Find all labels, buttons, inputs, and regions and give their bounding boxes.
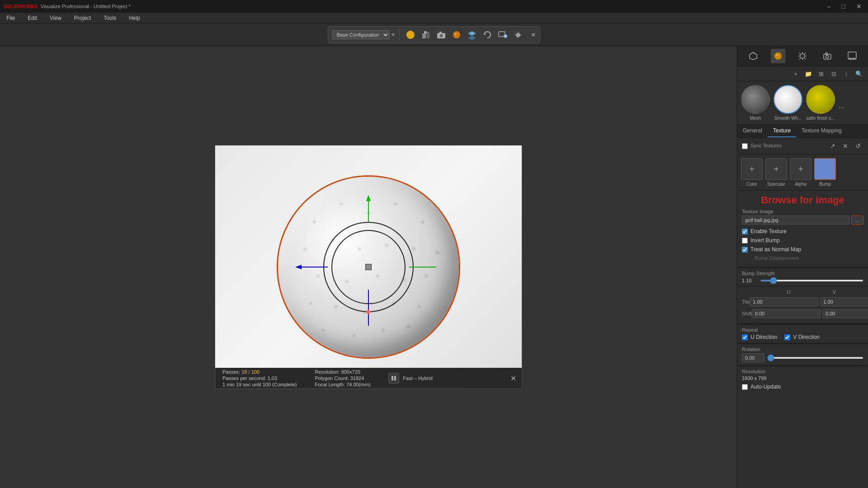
menu-help[interactable]: Help	[126, 14, 143, 22]
menu-edit[interactable]: Edit	[25, 14, 40, 22]
menu-project[interactable]: Project	[71, 14, 94, 22]
config-dropdown[interactable]: Base Configuration	[332, 30, 390, 39]
tile-inputs	[750, 297, 868, 306]
shift-u-input[interactable]	[752, 309, 821, 318]
uv-section: U V Tile	[737, 286, 868, 324]
panel-grid-btn[interactable]: ⊟	[828, 68, 839, 79]
thumb-satin-label: satin finish s...	[806, 116, 835, 121]
toolbar-icon-layers[interactable]	[466, 28, 478, 41]
invert-bump-label: Invert Bump	[750, 237, 780, 244]
panel-icon-render[interactable]	[845, 49, 859, 63]
passes-sep: /	[249, 369, 250, 375]
svg-rect-32	[848, 52, 856, 58]
toolbar-icon-material[interactable]	[450, 28, 463, 41]
menu-bar: File Edit View Project Tools Help	[0, 13, 868, 23]
app-title: Visualize Professional - Untitled Projec…	[41, 4, 131, 9]
material-thumb-satin[interactable]: satin finish s...	[806, 85, 835, 121]
rotation-slider[interactable]	[767, 357, 863, 359]
gizmo-center[interactable]	[365, 264, 372, 270]
panel-icon-lighting[interactable]	[795, 49, 810, 63]
svg-point-8	[453, 31, 460, 38]
panel-folder-btn[interactable]: 📁	[803, 68, 814, 79]
golf-ball	[278, 177, 459, 357]
viewport: Passes: 18 / 100 Passes per second: 1.03…	[0, 46, 737, 488]
toolbar-icon-sphere[interactable]	[404, 28, 417, 41]
uv-spacer	[856, 289, 863, 295]
rotation-input[interactable]	[742, 353, 764, 362]
tab-general[interactable]: General	[737, 125, 768, 137]
texture-type-buttons: + Color + Specular + Alpha	[737, 155, 868, 191]
gizmo-dot	[367, 310, 371, 314]
toolbar-close-btn[interactable]: ✕	[531, 31, 536, 38]
texture-type-color[interactable]: + Color	[741, 158, 763, 187]
status-close-btn[interactable]: ✕	[510, 374, 516, 383]
viewport-canvas[interactable]: Passes: 18 / 100 Passes per second: 1.03…	[215, 145, 522, 389]
panel-icon-model[interactable]	[746, 49, 760, 63]
sync-textures-checkbox[interactable]	[742, 143, 748, 149]
texture-image-row: Texture Image ...	[742, 209, 863, 225]
minimize-button[interactable]: –	[825, 2, 834, 11]
panel-search-btn[interactable]: 🔍	[854, 68, 864, 79]
menu-tools[interactable]: Tools	[101, 14, 119, 22]
tab-texture-mapping[interactable]: Texture Mapping	[796, 125, 847, 137]
svg-point-9	[455, 33, 457, 35]
svg-point-19	[776, 54, 778, 56]
sync-refresh-btn[interactable]: ↺	[853, 141, 863, 151]
sync-export-btn[interactable]: ↗	[827, 141, 838, 151]
svg-rect-3	[427, 32, 429, 38]
close-button[interactable]: ✕	[854, 2, 864, 11]
render-info-group: Resolution: 900x720 Polygon Count: 31824…	[315, 369, 370, 387]
material-thumb-mesh[interactable]: Mesh	[741, 85, 770, 121]
texture-image-input[interactable]	[742, 216, 849, 225]
u-direction-checkbox[interactable]	[742, 334, 748, 340]
toolbar-icon-camera[interactable]	[435, 28, 448, 41]
texture-type-bump[interactable]: Bump	[814, 158, 836, 187]
gizmo[interactable]	[323, 222, 414, 312]
tab-texture[interactable]: Texture	[768, 125, 796, 137]
resolution-label: Resolution	[742, 369, 863, 374]
panel-top-icons	[737, 46, 868, 66]
texture-type-specular[interactable]: + Specular	[765, 158, 787, 187]
render-pause-btn[interactable]	[388, 373, 399, 384]
gizmo-line-up	[368, 199, 369, 222]
gizmo-line-right	[409, 267, 436, 267]
v-direction-checkbox[interactable]	[784, 334, 790, 340]
panel-split-btn[interactable]: ⊞	[816, 68, 826, 79]
toolbar-icon-parts[interactable]	[420, 28, 432, 41]
panel-add-btn[interactable]: +	[790, 68, 801, 79]
tile-u-input[interactable]	[750, 297, 818, 306]
panel-icon-camera[interactable]	[820, 49, 835, 63]
shift-v-input[interactable]	[822, 309, 868, 318]
svg-point-20	[800, 54, 805, 58]
enable-texture-checkbox[interactable]	[742, 229, 748, 235]
invert-bump-checkbox[interactable]	[742, 238, 748, 244]
title-bar: SOLIDWORKS Visualize Professional - Unti…	[0, 0, 868, 13]
gizmo-line-down	[368, 290, 369, 326]
svg-rect-2	[422, 33, 426, 38]
pps-text: Passes per second: 1.03	[222, 375, 297, 381]
auto-update-checkbox[interactable]	[742, 384, 748, 390]
panel-sort-btn[interactable]: ↕	[841, 68, 852, 79]
tile-v-input[interactable]	[820, 297, 868, 306]
texture-type-alpha[interactable]: + Alpha	[790, 158, 811, 187]
maximize-button[interactable]: □	[839, 2, 848, 11]
toolbar-icon-refresh[interactable]	[481, 28, 494, 41]
main-content: Passes: 18 / 100 Passes per second: 1.03…	[0, 46, 868, 488]
menu-view[interactable]: View	[47, 14, 64, 22]
sync-close-btn[interactable]: ✕	[840, 141, 851, 151]
sync-icons: ↗ ✕ ↺	[827, 141, 863, 151]
svg-rect-16	[392, 376, 393, 380]
config-list-btn[interactable]: ≡	[392, 31, 395, 38]
treat-normal-map-checkbox[interactable]	[742, 247, 748, 253]
title-bar-left: SOLIDWORKS Visualize Professional - Unti…	[4, 4, 131, 9]
bump-strength-slider[interactable]	[760, 280, 863, 282]
svg-rect-4	[424, 31, 427, 33]
menu-file[interactable]: File	[4, 14, 18, 22]
material-thumb-smooth[interactable]: Smooth Wh...	[774, 85, 802, 121]
texture-browse-btn[interactable]: ...	[851, 216, 863, 225]
toolbar-icon-settings[interactable]	[512, 28, 524, 41]
texture-icon-bump	[814, 158, 836, 180]
panel-icon-material[interactable]	[771, 49, 785, 63]
auto-update-row: Auto-Update	[742, 384, 863, 390]
toolbar-icon-render[interactable]	[496, 28, 509, 41]
